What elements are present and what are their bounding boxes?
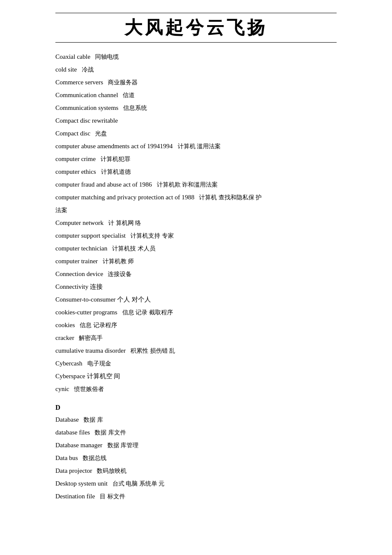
page-title: 大风起兮云飞扬	[124, 18, 268, 37]
entry-en: computer ethics	[55, 168, 96, 175]
entry-en: Coaxial cable	[55, 53, 90, 60]
entry-en: Data projector	[55, 467, 92, 474]
entry-zh: 数据总线	[83, 455, 107, 461]
list-item: Data projector 数码放映机	[55, 464, 337, 477]
entry-zh: 计算机支持 专家	[130, 233, 174, 239]
entry-zh: 信息 记录程序	[80, 322, 117, 328]
list-item: Consumer-to-consumer 个人 对个人	[55, 293, 337, 306]
entry-zh: 计算机 查找和隐私保 护	[199, 194, 262, 201]
entry-en: cookies-cutter programs	[55, 309, 117, 316]
entry-en: Data bus	[55, 454, 78, 461]
entry-en: Compact disc	[55, 130, 90, 137]
d-entries-container: Database 数据 库database files 数据 库文件Databa…	[55, 413, 337, 503]
entry-en: computer support specialist	[55, 232, 126, 239]
section-d-letter: D	[55, 404, 337, 411]
entries-container: Coaxial cable 同轴电缆cold site 冷战Commerce s…	[55, 50, 337, 395]
list-item: computer trainer 计算机教 师	[55, 255, 337, 267]
entry-zh: 计算机犯罪	[101, 156, 130, 162]
entry-en: Communication channel	[55, 92, 118, 98]
entry-en: cookies	[55, 322, 75, 328]
list-item: cracker 解密高手	[55, 331, 337, 344]
list-item: database files 数据 库文件	[55, 426, 337, 439]
entry-zh: 信道	[123, 92, 135, 98]
entry-zh: 光盘	[95, 130, 107, 137]
list-item: Cybercash 电子现金	[55, 357, 337, 370]
entry-en: cumulative trauma disorder	[55, 347, 126, 354]
entry-en: Desktop system unit	[55, 480, 108, 487]
list-item: cumulative trauma disorder 积累性 损伤错 乱	[55, 344, 337, 357]
list-item: computer ethics 计算机道德	[55, 165, 337, 178]
entry-en: Compact disc rewritable	[55, 117, 118, 124]
title-section: 大风起兮云飞扬	[55, 13, 337, 43]
entry-en: Database manager	[55, 442, 102, 449]
entry-en: cold site	[55, 66, 77, 73]
entry-en: computer matching and privacy protection…	[55, 194, 194, 201]
list-item: Database manager 数据 库管理	[55, 439, 337, 451]
entry-zh: 计算机道德	[101, 169, 131, 175]
entry-en: computer abuse amendments act of 1994199…	[55, 143, 173, 150]
entry-en: computer crime	[55, 155, 96, 162]
entry-en: Cybercash	[55, 360, 82, 367]
list-item: Cyberspace 计算机空 间	[55, 370, 337, 382]
entry-zh: 数据 库	[84, 417, 103, 423]
entry-zh: 计算机欺 诈和滥用法案	[157, 181, 218, 188]
list-item: cookies 信息 记录程序	[55, 319, 337, 331]
list-item: Compact disc 光盘	[55, 127, 337, 140]
entry-zh: 冷战	[82, 66, 94, 73]
entry-zh: 解密高手	[79, 335, 103, 341]
entry-en: database files	[55, 429, 90, 436]
entry-zh: 计算机 滥用法案	[178, 143, 221, 150]
entry-zh-cont: 法案	[55, 207, 67, 213]
entry-zh: 电子现金	[87, 360, 111, 367]
list-item: computer crime 计算机犯罪	[55, 152, 337, 165]
list-item: Destination file 目 标文件	[55, 490, 337, 503]
entry-en: Computer network	[55, 219, 104, 226]
list-item: computer fraud and abuse act of 1986 计算机…	[55, 178, 337, 191]
list-item: Compact disc rewritable	[55, 114, 337, 127]
list-item: computer support specialist 计算机支持 专家	[55, 229, 337, 242]
list-item: Communication channel 信道	[55, 89, 337, 101]
entry-zh: 数码放映机	[97, 468, 127, 474]
entry-zh: 连接设备	[108, 271, 132, 277]
list-item: Database 数据 库	[55, 413, 337, 426]
entry-en: Connectivity 连接	[55, 283, 103, 290]
entry-zh: 计 算机网 络	[108, 220, 141, 226]
list-item: cold site 冷战	[55, 63, 337, 76]
entry-zh: 数据 库文件	[95, 429, 126, 436]
entry-zh: 愤世嫉俗者	[74, 386, 104, 392]
entry-zh: 同轴电缆	[95, 54, 119, 60]
entry-zh: 计算机技 术人员	[112, 245, 156, 252]
entry-zh: 数据 库管理	[107, 442, 139, 449]
entry-zh: 计算机教 师	[103, 258, 134, 265]
entry-zh: 台式 电脑 系统单 元	[112, 480, 165, 487]
entry-en: cracker	[55, 334, 74, 341]
list-item: computer abuse amendments act of 1994199…	[55, 140, 337, 152]
list-item: Commerce servers 商业服务器	[55, 76, 337, 89]
list-item: Data bus 数据总线	[55, 451, 337, 464]
entry-zh: 积累性 损伤错 乱	[130, 348, 175, 354]
entry-en: computer trainer	[55, 258, 98, 265]
list-item: Connectivity 连接	[55, 280, 337, 293]
list-item: Connection device 连接设备	[55, 267, 337, 280]
entry-zh: 商业服务器	[108, 79, 138, 86]
entry-en: Communication systems	[55, 104, 118, 111]
entry-zh: 目 标文件	[100, 493, 125, 500]
list-item: Computer network 计 算机网 络	[55, 216, 337, 229]
entry-zh: 信息系统	[123, 105, 147, 111]
list-item: computer technician 计算机技 术人员	[55, 242, 337, 255]
entry-en: Cyberspace 计算机空 间	[55, 373, 120, 380]
entry-en: Connection device	[55, 270, 103, 277]
list-item: cookies-cutter programs 信息 记录 截取程序	[55, 306, 337, 319]
entry-en: Database	[55, 416, 79, 423]
list-item: Communication systems 信息系统	[55, 101, 337, 114]
list-item: cynic 愤世嫉俗者	[55, 382, 337, 395]
list-item: Desktop system unit 台式 电脑 系统单 元	[55, 477, 337, 490]
entry-en: Destination file	[55, 493, 95, 500]
entry-en: cynic	[55, 385, 69, 392]
entry-zh: 信息 记录 截取程序	[122, 309, 173, 316]
list-item: computer matching and privacy protection…	[55, 191, 337, 216]
entry-en: Commerce servers	[55, 79, 103, 86]
entry-en: Consumer-to-consumer 个人 对个人	[55, 296, 151, 303]
entry-en: computer fraud and abuse act of 1986	[55, 181, 152, 188]
entry-en: computer technician	[55, 245, 107, 252]
